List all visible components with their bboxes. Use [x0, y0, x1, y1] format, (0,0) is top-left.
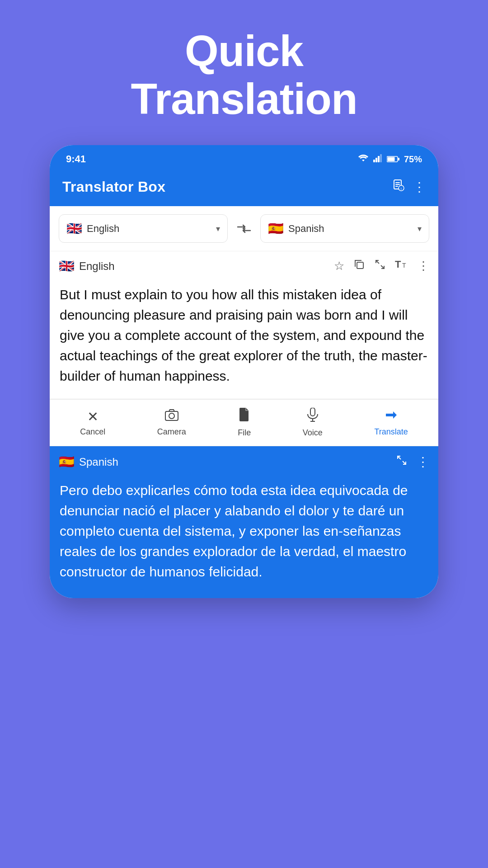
svg-rect-0	[373, 160, 375, 162]
translate-icon	[384, 409, 399, 425]
phone-mockup: 9:41	[50, 145, 438, 598]
mic-icon	[307, 408, 319, 425]
headline: Quick Translation	[131, 27, 357, 123]
source-panel-actions: ☆ T T ⋮	[334, 259, 429, 274]
svg-rect-3	[380, 154, 382, 162]
camera-icon	[164, 409, 179, 425]
source-language-selector[interactable]: 🇬🇧 English ▾	[59, 214, 228, 243]
overflow-menu-icon[interactable]: ⋮	[413, 179, 426, 194]
source-text[interactable]: But I must explain to you how all this m…	[50, 277, 438, 399]
svg-text:T: T	[402, 262, 406, 269]
camera-label: Camera	[157, 427, 186, 437]
source-lang-chevron: ▾	[216, 224, 220, 234]
file-label: File	[238, 428, 251, 438]
copy-icon[interactable]	[353, 259, 365, 274]
signal-icon	[373, 154, 382, 165]
voice-label: Voice	[303, 428, 323, 438]
voice-button[interactable]: Voice	[303, 408, 323, 438]
bottom-toolbar: ✕ Cancel Camera File	[50, 399, 438, 446]
camera-button[interactable]: Camera	[157, 409, 186, 437]
target-lang-name: Spanish	[288, 223, 413, 235]
source-panel-lang: English	[79, 260, 115, 273]
headline-line1: Quick	[185, 27, 303, 75]
result-actions: ⋮	[396, 454, 429, 469]
svg-rect-5	[398, 158, 399, 160]
svg-text:i: i	[401, 187, 402, 191]
result-overflow-icon[interactable]: ⋮	[417, 454, 429, 469]
svg-rect-2	[378, 156, 380, 162]
font-size-icon[interactable]: T T	[395, 259, 408, 274]
favorite-icon[interactable]: ☆	[334, 259, 344, 273]
svg-rect-10	[395, 186, 398, 187]
source-panel: 🇬🇧 English ☆ T	[50, 251, 438, 399]
cancel-label: Cancel	[80, 427, 105, 437]
svg-text:T: T	[395, 259, 401, 270]
translate-button[interactable]: Translate	[374, 409, 408, 437]
target-language-selector[interactable]: 🇪🇸 Spanish ▾	[260, 214, 429, 243]
source-lang-name: English	[87, 223, 211, 235]
svg-rect-9	[395, 184, 400, 185]
svg-rect-6	[387, 157, 394, 161]
app-bar-icons: i ⋮	[392, 179, 426, 195]
result-panel: 🇪🇸 Spanish ⋮ Pero debo explicarles cómo …	[50, 446, 438, 598]
battery-percent: 75%	[404, 154, 422, 165]
app-title: Translator Box	[62, 179, 165, 195]
result-text: Pero debo explicarles cómo toda esta ide…	[50, 473, 438, 598]
source-panel-header: 🇬🇧 English ☆ T	[50, 251, 438, 277]
svg-rect-1	[375, 158, 377, 162]
swap-languages-button[interactable]	[232, 219, 256, 239]
file-button[interactable]: File	[238, 408, 251, 438]
source-panel-flag: 🇬🇧	[59, 259, 75, 274]
result-flag: 🇪🇸	[59, 454, 75, 469]
source-overflow-icon[interactable]: ⋮	[418, 259, 429, 273]
svg-rect-13	[357, 262, 363, 269]
battery-icon	[387, 154, 399, 165]
history-icon[interactable]: i	[392, 179, 405, 195]
expand-icon[interactable]	[374, 259, 386, 274]
status-icons: 75%	[358, 153, 422, 165]
svg-rect-8	[395, 182, 400, 183]
status-time: 9:41	[66, 153, 86, 165]
wifi-icon	[358, 153, 369, 165]
target-lang-chevron: ▾	[418, 224, 422, 234]
headline-line2: Translation	[131, 75, 357, 123]
svg-point-17	[169, 413, 174, 419]
svg-rect-18	[310, 408, 315, 416]
result-expand-icon[interactable]	[396, 454, 408, 469]
status-bar: 9:41	[50, 145, 438, 170]
result-panel-header: 🇪🇸 Spanish ⋮	[50, 446, 438, 473]
app-bar: Translator Box i ⋮	[50, 170, 438, 206]
translate-label: Translate	[374, 427, 408, 437]
source-flag: 🇬🇧	[66, 221, 82, 236]
result-lang-name: Spanish	[79, 456, 118, 468]
language-selector-row: 🇬🇧 English ▾ 🇪🇸 Spanish ▾	[50, 206, 438, 251]
file-icon	[239, 408, 250, 425]
target-flag: 🇪🇸	[268, 221, 284, 236]
cancel-button[interactable]: ✕ Cancel	[80, 409, 105, 437]
cancel-icon: ✕	[87, 409, 99, 425]
